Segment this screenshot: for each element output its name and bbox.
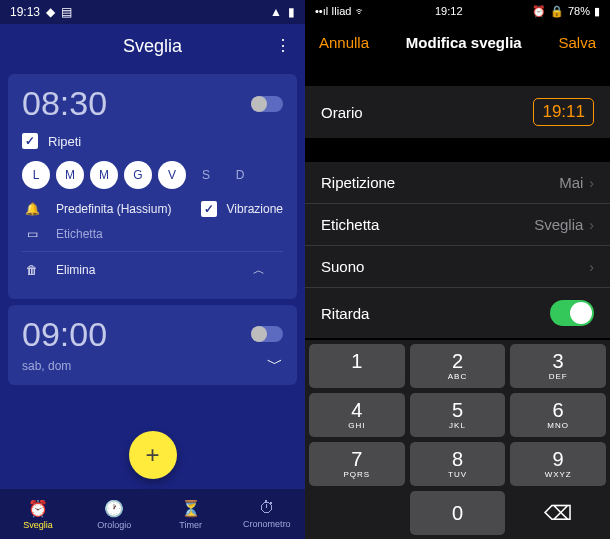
label-row[interactable]: ▭ Etichetta <box>22 227 283 241</box>
ritarda-row: Ritarda <box>305 288 610 338</box>
nav-label: Orologio <box>97 520 131 530</box>
android-status-bar: 19:13 ◆ ▤ ▲ ▮ <box>0 0 305 24</box>
key-8[interactable]: 8TUV <box>410 442 506 486</box>
clock-icon: 🕐 <box>104 499 124 518</box>
day-v[interactable]: V <box>158 161 186 189</box>
alarm-time[interactable]: 08:30 <box>22 84 251 123</box>
status-time: 19:12 <box>435 5 463 17</box>
ritarda-label: Ritarda <box>321 305 369 322</box>
nav-sveglia[interactable]: ⏰ Sveglia <box>0 489 76 539</box>
chevron-up-icon[interactable]: ︿ <box>249 262 269 279</box>
suono-label: Suono <box>321 258 364 275</box>
chevron-down-icon[interactable]: ﹀ <box>267 354 283 375</box>
alarm-card-collapsed[interactable]: 09:00 sab, dom ﹀ <box>8 305 297 385</box>
ios-status-bar: ••ıl Iliad ᯤ 19:12 ⏰ 🔒 78% ▮ <box>305 0 610 22</box>
android-header: Sveglia ⋮ <box>0 24 305 68</box>
numeric-keypad: 1 2ABC 3DEF 4GHI 5JKL 6MNO 7PQRS 8TUV 9W… <box>305 340 610 539</box>
key-1[interactable]: 1 <box>309 344 405 388</box>
ritarda-toggle[interactable] <box>550 300 594 326</box>
alarm-icon: ⏰ <box>28 499 48 518</box>
key-3[interactable]: 3DEF <box>510 344 606 388</box>
rotation-lock-icon: 🔒 <box>550 5 564 18</box>
tag-icon: ▭ <box>22 227 42 241</box>
page-title: Sveglia <box>123 36 182 57</box>
key-7[interactable]: 7PQRS <box>309 442 405 486</box>
chevron-right-icon: › <box>589 217 594 233</box>
nav-label: Timer <box>179 520 202 530</box>
overflow-menu-icon[interactable]: ⋮ <box>275 36 291 55</box>
wifi-icon: ▲ <box>270 5 282 19</box>
app-icon: ▤ <box>61 5 72 19</box>
ripetizione-value: Mai <box>559 174 583 191</box>
cancel-button[interactable]: Annulla <box>319 34 369 51</box>
sound-row[interactable]: 🔔 Predefinita (Hassium) ✓ Vibrazione <box>22 201 283 217</box>
ios-screen: ••ıl Iliad ᯤ 19:12 ⏰ 🔒 78% ▮ Annulla Mod… <box>305 0 610 539</box>
orario-label: Orario <box>321 104 363 121</box>
key-backspace[interactable]: ⌫ <box>510 491 606 535</box>
etichetta-row[interactable]: Etichetta Sveglia› <box>305 204 610 246</box>
days-row: L M M G V S D <box>22 161 283 189</box>
nav-orologio[interactable]: 🕐 Orologio <box>76 489 152 539</box>
alarm-status-icon: ⏰ <box>532 5 546 18</box>
delete-label: Elimina <box>56 263 95 277</box>
key-blank <box>309 491 405 535</box>
delete-row[interactable]: 🗑 Elimina ︿ <box>22 262 283 279</box>
day-l[interactable]: L <box>22 161 50 189</box>
status-time: 19:13 <box>10 5 40 19</box>
key-0[interactable]: 0 <box>410 491 506 535</box>
suono-row[interactable]: Suono › <box>305 246 610 288</box>
day-g[interactable]: G <box>124 161 152 189</box>
android-screen: 19:13 ◆ ▤ ▲ ▮ Sveglia ⋮ 08:30 ✓ Ripeti L… <box>0 0 305 539</box>
status-carrier: ••ıl Iliad ᯤ <box>315 5 366 17</box>
battery-percent: 78% <box>568 5 590 17</box>
alarm-time-2[interactable]: 09:00 <box>22 315 251 354</box>
bottom-nav: ⏰ Sveglia 🕐 Orologio ⏳ Timer ⏱ Cronometr… <box>0 489 305 539</box>
key-2[interactable]: 2ABC <box>410 344 506 388</box>
page-title: Modifica sveglia <box>406 34 522 51</box>
save-button[interactable]: Salva <box>558 34 596 51</box>
nav-label: Sveglia <box>23 520 53 530</box>
hourglass-icon: ⏳ <box>181 499 201 518</box>
nav-label: Cronometro <box>243 519 291 529</box>
nav-timer[interactable]: ⏳ Timer <box>153 489 229 539</box>
alarm-days-summary: sab, dom <box>22 359 71 373</box>
settings-section: Ripetizione Mai› Etichetta Sveglia› Suon… <box>305 162 610 338</box>
location-icon: ◆ <box>46 5 55 19</box>
vibrate-label: Vibrazione <box>227 202 283 216</box>
ripetizione-row[interactable]: Ripetizione Mai› <box>305 162 610 204</box>
trash-icon: 🗑 <box>22 263 42 277</box>
chevron-right-icon: › <box>589 175 594 191</box>
ripetizione-label: Ripetizione <box>321 174 395 191</box>
divider <box>22 251 283 252</box>
key-6[interactable]: 6MNO <box>510 393 606 437</box>
day-m1[interactable]: M <box>56 161 84 189</box>
bell-icon: 🔔 <box>22 202 42 216</box>
repeat-label: Ripeti <box>48 134 81 149</box>
stopwatch-icon: ⏱ <box>259 499 275 517</box>
etichetta-value: Sveglia <box>534 216 583 233</box>
chevron-right-icon: › <box>589 259 594 275</box>
alarm-toggle[interactable] <box>251 96 283 112</box>
day-m2[interactable]: M <box>90 161 118 189</box>
key-9[interactable]: 9WXYZ <box>510 442 606 486</box>
day-s[interactable]: S <box>192 161 220 189</box>
add-alarm-fab[interactable]: + <box>129 431 177 479</box>
ios-header: Annulla Modifica sveglia Salva <box>305 22 610 62</box>
orario-value[interactable]: 19:11 <box>533 98 594 126</box>
alarm-card-expanded: 08:30 ✓ Ripeti L M M G V S D 🔔 Predefini… <box>8 74 297 299</box>
etichetta-placeholder: Etichetta <box>56 227 103 241</box>
orario-section: Orario 19:11 <box>305 86 610 138</box>
orario-row[interactable]: Orario 19:11 <box>305 86 610 138</box>
repeat-checkbox[interactable]: ✓ <box>22 133 38 149</box>
nav-cronometro[interactable]: ⏱ Cronometro <box>229 489 305 539</box>
key-4[interactable]: 4GHI <box>309 393 405 437</box>
vibrate-checkbox[interactable]: ✓ <box>201 201 217 217</box>
battery-icon: ▮ <box>594 5 600 18</box>
etichetta-label: Etichetta <box>321 216 379 233</box>
day-d[interactable]: D <box>226 161 254 189</box>
key-5[interactable]: 5JKL <box>410 393 506 437</box>
sound-label: Predefinita (Hassium) <box>56 202 171 216</box>
alarm-toggle-2[interactable] <box>251 326 283 342</box>
battery-icon: ▮ <box>288 5 295 19</box>
plus-icon: + <box>145 441 159 469</box>
